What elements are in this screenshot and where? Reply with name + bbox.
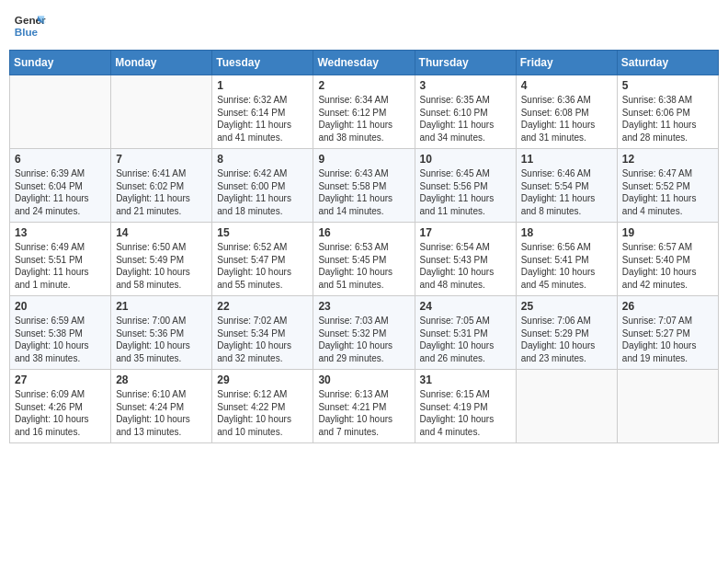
day-info: Sunrise: 6:49 AMSunset: 5:51 PMDaylight:… bbox=[15, 241, 106, 291]
calendar-cell: 20Sunrise: 6:59 AMSunset: 5:38 PMDayligh… bbox=[10, 296, 111, 370]
day-number: 25 bbox=[521, 300, 612, 313]
day-number: 31 bbox=[420, 373, 511, 386]
calendar-cell: 14Sunrise: 6:50 AMSunset: 5:49 PMDayligh… bbox=[111, 223, 212, 296]
header-monday: Monday bbox=[111, 51, 212, 75]
calendar-cell bbox=[111, 75, 212, 149]
day-info: Sunrise: 7:00 AMSunset: 5:36 PMDaylight:… bbox=[116, 315, 207, 364]
calendar-cell: 4Sunrise: 6:36 AMSunset: 6:08 PMDaylight… bbox=[516, 75, 617, 149]
calendar-cell: 8Sunrise: 6:42 AMSunset: 6:00 PMDaylight… bbox=[212, 149, 313, 223]
calendar-cell: 5Sunrise: 6:38 AMSunset: 6:06 PMDaylight… bbox=[617, 75, 718, 149]
calendar-cell: 17Sunrise: 6:54 AMSunset: 5:43 PMDayligh… bbox=[415, 223, 516, 296]
svg-text:Blue: Blue bbox=[15, 26, 39, 38]
day-number: 13 bbox=[15, 226, 106, 239]
calendar-cell: 13Sunrise: 6:49 AMSunset: 5:51 PMDayligh… bbox=[10, 223, 111, 296]
day-number: 14 bbox=[116, 226, 207, 239]
day-number: 18 bbox=[521, 226, 612, 239]
calendar-cell: 15Sunrise: 6:52 AMSunset: 5:47 PMDayligh… bbox=[212, 223, 313, 296]
day-number: 16 bbox=[318, 226, 409, 239]
day-info: Sunrise: 6:15 AMSunset: 4:19 PMDaylight:… bbox=[420, 388, 511, 438]
header-friday: Friday bbox=[516, 51, 617, 75]
day-number: 26 bbox=[622, 300, 713, 313]
day-info: Sunrise: 6:09 AMSunset: 4:26 PMDaylight:… bbox=[15, 388, 106, 438]
day-number: 3 bbox=[420, 79, 511, 92]
day-number: 15 bbox=[217, 226, 308, 239]
day-number: 23 bbox=[318, 300, 409, 313]
calendar-week-row: 1Sunrise: 6:32 AMSunset: 6:14 PMDaylight… bbox=[10, 75, 719, 149]
calendar-cell: 29Sunrise: 6:12 AMSunset: 4:22 PMDayligh… bbox=[212, 370, 313, 443]
day-info: Sunrise: 6:47 AMSunset: 5:52 PMDaylight:… bbox=[622, 167, 713, 217]
day-number: 22 bbox=[217, 300, 308, 313]
day-number: 7 bbox=[116, 153, 207, 166]
day-info: Sunrise: 6:52 AMSunset: 5:47 PMDaylight:… bbox=[217, 241, 308, 291]
day-info: Sunrise: 7:07 AMSunset: 5:27 PMDaylight:… bbox=[622, 315, 713, 364]
day-info: Sunrise: 6:12 AMSunset: 4:22 PMDaylight:… bbox=[217, 388, 308, 438]
day-number: 6 bbox=[15, 153, 106, 166]
calendar-week-row: 13Sunrise: 6:49 AMSunset: 5:51 PMDayligh… bbox=[10, 223, 719, 296]
calendar-cell: 27Sunrise: 6:09 AMSunset: 4:26 PMDayligh… bbox=[10, 370, 111, 443]
calendar-cell: 23Sunrise: 7:03 AMSunset: 5:32 PMDayligh… bbox=[313, 296, 415, 370]
day-number: 8 bbox=[217, 153, 308, 166]
day-info: Sunrise: 6:34 AMSunset: 6:12 PMDaylight:… bbox=[318, 94, 409, 144]
calendar-cell: 24Sunrise: 7:05 AMSunset: 5:31 PMDayligh… bbox=[415, 296, 516, 370]
day-number: 20 bbox=[15, 300, 106, 313]
day-info: Sunrise: 6:45 AMSunset: 5:56 PMDaylight:… bbox=[420, 167, 511, 217]
day-info: Sunrise: 6:57 AMSunset: 5:40 PMDaylight:… bbox=[622, 241, 713, 291]
calendar-cell bbox=[516, 370, 617, 443]
day-info: Sunrise: 6:43 AMSunset: 5:58 PMDaylight:… bbox=[318, 167, 409, 217]
logo: General Blue bbox=[13, 9, 46, 42]
calendar-cell: 2Sunrise: 6:34 AMSunset: 6:12 PMDaylight… bbox=[313, 75, 415, 149]
calendar-table: SundayMondayTuesdayWednesdayThursdayFrid… bbox=[9, 50, 719, 443]
day-number: 19 bbox=[622, 226, 713, 239]
day-info: Sunrise: 6:46 AMSunset: 5:54 PMDaylight:… bbox=[521, 167, 612, 217]
day-number: 24 bbox=[420, 300, 511, 313]
calendar-cell: 22Sunrise: 7:02 AMSunset: 5:34 PMDayligh… bbox=[212, 296, 313, 370]
calendar-cell: 21Sunrise: 7:00 AMSunset: 5:36 PMDayligh… bbox=[111, 296, 212, 370]
calendar-cell: 16Sunrise: 6:53 AMSunset: 5:45 PMDayligh… bbox=[313, 223, 415, 296]
day-info: Sunrise: 6:36 AMSunset: 6:08 PMDaylight:… bbox=[521, 94, 612, 144]
day-info: Sunrise: 6:10 AMSunset: 4:24 PMDaylight:… bbox=[116, 388, 207, 438]
day-info: Sunrise: 6:39 AMSunset: 6:04 PMDaylight:… bbox=[15, 167, 106, 217]
day-info: Sunrise: 6:13 AMSunset: 4:21 PMDaylight:… bbox=[318, 388, 409, 438]
calendar-cell: 18Sunrise: 6:56 AMSunset: 5:41 PMDayligh… bbox=[516, 223, 617, 296]
calendar-cell bbox=[617, 370, 718, 443]
day-info: Sunrise: 7:03 AMSunset: 5:32 PMDaylight:… bbox=[318, 315, 409, 364]
calendar-cell: 12Sunrise: 6:47 AMSunset: 5:52 PMDayligh… bbox=[617, 149, 718, 223]
page-header: General Blue bbox=[9, 9, 719, 42]
day-info: Sunrise: 6:50 AMSunset: 5:49 PMDaylight:… bbox=[116, 241, 207, 291]
day-number: 11 bbox=[521, 153, 612, 166]
day-info: Sunrise: 7:05 AMSunset: 5:31 PMDaylight:… bbox=[420, 315, 511, 364]
day-number: 28 bbox=[116, 373, 207, 386]
day-info: Sunrise: 7:06 AMSunset: 5:29 PMDaylight:… bbox=[521, 315, 612, 364]
calendar-cell: 26Sunrise: 7:07 AMSunset: 5:27 PMDayligh… bbox=[617, 296, 718, 370]
calendar-cell: 9Sunrise: 6:43 AMSunset: 5:58 PMDaylight… bbox=[313, 149, 415, 223]
day-info: Sunrise: 6:41 AMSunset: 6:02 PMDaylight:… bbox=[116, 167, 207, 217]
calendar-cell bbox=[10, 75, 111, 149]
day-number: 9 bbox=[318, 153, 409, 166]
day-number: 4 bbox=[521, 79, 612, 92]
calendar-cell: 6Sunrise: 6:39 AMSunset: 6:04 PMDaylight… bbox=[10, 149, 111, 223]
calendar-cell: 7Sunrise: 6:41 AMSunset: 6:02 PMDaylight… bbox=[111, 149, 212, 223]
day-number: 1 bbox=[217, 79, 308, 92]
calendar-cell: 10Sunrise: 6:45 AMSunset: 5:56 PMDayligh… bbox=[415, 149, 516, 223]
calendar-cell: 30Sunrise: 6:13 AMSunset: 4:21 PMDayligh… bbox=[313, 370, 415, 443]
calendar-cell: 25Sunrise: 7:06 AMSunset: 5:29 PMDayligh… bbox=[516, 296, 617, 370]
day-info: Sunrise: 6:42 AMSunset: 6:00 PMDaylight:… bbox=[217, 167, 308, 217]
day-info: Sunrise: 6:38 AMSunset: 6:06 PMDaylight:… bbox=[622, 94, 713, 144]
day-info: Sunrise: 6:35 AMSunset: 6:10 PMDaylight:… bbox=[420, 94, 511, 144]
calendar-week-row: 20Sunrise: 6:59 AMSunset: 5:38 PMDayligh… bbox=[10, 296, 719, 370]
calendar-week-row: 27Sunrise: 6:09 AMSunset: 4:26 PMDayligh… bbox=[10, 370, 719, 443]
day-number: 2 bbox=[318, 79, 409, 92]
calendar-week-row: 6Sunrise: 6:39 AMSunset: 6:04 PMDaylight… bbox=[10, 149, 719, 223]
day-info: Sunrise: 7:02 AMSunset: 5:34 PMDaylight:… bbox=[217, 315, 308, 364]
calendar-cell: 19Sunrise: 6:57 AMSunset: 5:40 PMDayligh… bbox=[617, 223, 718, 296]
calendar-cell: 3Sunrise: 6:35 AMSunset: 6:10 PMDaylight… bbox=[415, 75, 516, 149]
day-number: 21 bbox=[116, 300, 207, 313]
day-info: Sunrise: 6:59 AMSunset: 5:38 PMDaylight:… bbox=[15, 315, 106, 364]
calendar-cell: 11Sunrise: 6:46 AMSunset: 5:54 PMDayligh… bbox=[516, 149, 617, 223]
logo-icon: General Blue bbox=[13, 9, 46, 42]
calendar-cell: 1Sunrise: 6:32 AMSunset: 6:14 PMDaylight… bbox=[212, 75, 313, 149]
day-number: 10 bbox=[420, 153, 511, 166]
day-number: 5 bbox=[622, 79, 713, 92]
header-thursday: Thursday bbox=[415, 51, 516, 75]
day-number: 30 bbox=[318, 373, 409, 386]
